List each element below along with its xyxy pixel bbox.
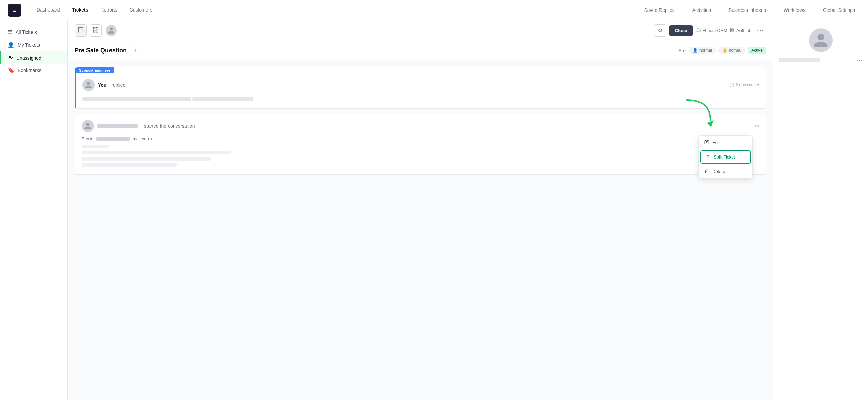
profile-name-row: ⋯: [779, 56, 863, 64]
role-label: Support Engineer: [76, 67, 114, 73]
from-email-blurred: [96, 137, 130, 141]
split-icon: [706, 154, 710, 160]
nav-workflows[interactable]: Workflows: [779, 5, 810, 15]
svg-rect-3: [96, 30, 98, 32]
more-options-button[interactable]: ⋯: [754, 25, 766, 36]
context-menu: Edit Split Ticket: [698, 135, 753, 178]
svg-rect-0: [93, 27, 95, 29]
nav-links: Dashboard Tickets Reports Customers: [32, 0, 639, 20]
context-menu-edit[interactable]: Edit: [699, 136, 752, 149]
main-area: ↻ Close FLuent CRM: [68, 20, 773, 400]
sidebar-item-my-tickets[interactable]: 👤 My Tickets: [0, 39, 67, 51]
svg-rect-6: [733, 28, 734, 29]
nav-activities[interactable]: Activities: [688, 5, 716, 15]
eye-icon: 👁: [8, 55, 13, 61]
profile-section: ⋯: [773, 20, 868, 72]
message1-sender: You: [98, 82, 106, 88]
layout: ☰ All Tickets 👤 My Tickets 👁 Unassigned …: [0, 20, 868, 400]
message1-action: replied: [111, 82, 125, 88]
nav-business-inboxes[interactable]: Business Inboxes: [724, 5, 771, 15]
agent-avatar: [106, 25, 117, 36]
ticket-toolbar: ↻ Close FLuent CRM: [68, 20, 773, 41]
status-badge-text: Active: [751, 48, 763, 53]
refresh-icon: ↻: [658, 27, 662, 34]
sidebar-label-my-tickets: My Tickets: [18, 42, 40, 48]
contact-name-blurred: [779, 58, 820, 62]
layout-view-button[interactable]: [90, 24, 102, 37]
nav-dashboard[interactable]: Dashboard: [32, 0, 65, 20]
ticket-header: Pre Sale Question + #57 👤 normal 🔔 norma…: [68, 41, 773, 60]
conversation-area: Support Engineer You replied: [68, 60, 773, 400]
message1-avatar: [82, 79, 95, 91]
msg2-line1: [82, 145, 109, 148]
message-block-2: started the conversation ✉ From: mail.co…: [75, 114, 766, 175]
bookmark-icon: 🔖: [8, 67, 14, 73]
delete-label: Delete: [712, 169, 725, 174]
sidebar: ☰ All Tickets 👤 My Tickets 👁 Unassigned …: [0, 20, 68, 400]
chevron-down-icon: ▾: [757, 83, 759, 87]
list-icon: ☰: [8, 29, 12, 35]
message2-header: started the conversation ✉: [82, 120, 759, 132]
svg-rect-7: [731, 30, 732, 32]
message1-body-line2: [192, 97, 253, 101]
top-nav: ≡ Dashboard Tickets Reports Customers Sa…: [0, 0, 868, 20]
sidebar-item-bookmarks[interactable]: 🔖 Bookmarks: [0, 64, 67, 77]
ticket-meta: #57 👤 normal 🔔 normal Active: [679, 47, 766, 54]
message1-timestamp: 2 days ago: [736, 83, 756, 87]
nav-global-settings[interactable]: Global Settings: [818, 5, 860, 15]
fluent-crm-tag[interactable]: FLuent CRM: [696, 28, 727, 34]
briefcase-icon: [696, 28, 701, 34]
message2-sender-blurred: [97, 124, 138, 128]
logo[interactable]: ≡: [8, 4, 21, 17]
from-suffix: mail.com>: [133, 136, 153, 141]
message1-header: You replied 🕐 2 days ago ▾: [82, 79, 759, 91]
contact-avatar: [809, 28, 833, 52]
nav-reports[interactable]: Reports: [96, 0, 122, 20]
nav-customers[interactable]: Customers: [125, 0, 157, 20]
person-icon: 👤: [693, 48, 698, 53]
sidebar-label-unassigned: Unassigned: [16, 55, 41, 61]
ticket-container: ↻ Close FLuent CRM: [68, 20, 773, 400]
chat-icon: [78, 27, 84, 34]
context-menu-delete[interactable]: Delete: [699, 165, 752, 178]
clock-icon: 🕐: [729, 83, 734, 87]
bell-icon: 🔔: [722, 48, 727, 53]
nav-tickets[interactable]: Tickets: [67, 0, 93, 20]
add-label-button[interactable]: +: [131, 46, 140, 55]
edit-label: Edit: [712, 140, 720, 145]
profile-more-options[interactable]: ⋯: [856, 56, 863, 64]
grid-icon: [730, 28, 735, 34]
authlab-tag[interactable]: Authlab: [730, 28, 751, 34]
priority-badge-2-text: normal: [729, 48, 742, 53]
refresh-button[interactable]: ↻: [654, 24, 666, 37]
sidebar-item-unassigned[interactable]: 👁 Unassigned: [0, 51, 67, 64]
message1-time[interactable]: 🕐 2 days ago ▾: [729, 83, 759, 87]
message2-avatar: [82, 120, 94, 132]
context-menu-split-ticket[interactable]: Split Ticket: [700, 150, 751, 164]
email-icon: ✉: [755, 123, 759, 129]
logo-icon: ≡: [13, 7, 17, 14]
sidebar-item-all-tickets[interactable]: ☰ All Tickets: [0, 26, 67, 39]
message-block-1: Support Engineer You replied: [75, 67, 766, 109]
authlab-label: Authlab: [736, 28, 751, 33]
ticket-title: Pre Sale Question: [75, 47, 127, 54]
message2-from-row: From: mail.com>: [82, 136, 759, 141]
nav-saved-replies[interactable]: Saved Replies: [639, 5, 679, 15]
user-icon: 👤: [8, 42, 14, 48]
from-label: From:: [82, 136, 93, 141]
close-button[interactable]: Close: [669, 25, 693, 36]
chat-view-button[interactable]: [75, 24, 87, 37]
message2-action: started the conversation: [144, 123, 195, 129]
svg-rect-4: [696, 29, 700, 32]
trash-icon: [704, 169, 709, 174]
msg2-line3: [82, 157, 211, 161]
priority-badge-1-text: normal: [699, 48, 712, 53]
ticket-number: #57: [679, 48, 686, 53]
priority-badge-1: 👤 normal: [689, 47, 716, 54]
msg2-line2: [82, 151, 231, 154]
message2-content: started the conversation ✉ From: mail.co…: [75, 114, 766, 174]
right-panel: ⋯: [773, 20, 868, 400]
svg-rect-8: [733, 30, 734, 32]
status-badge: Active: [748, 47, 766, 54]
svg-rect-2: [93, 30, 95, 32]
